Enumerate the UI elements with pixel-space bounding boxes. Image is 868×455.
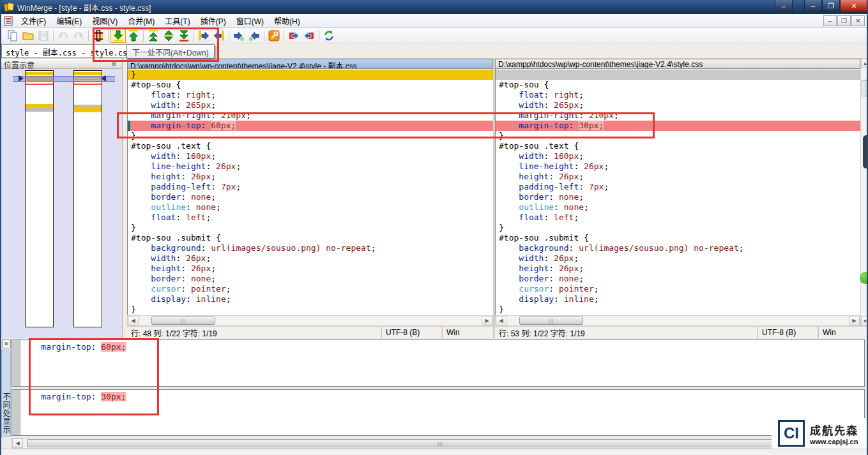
close-button[interactable]: ✕: [840, 0, 868, 12]
code-line[interactable]: cursor: pointer;: [128, 284, 493, 294]
menu-item[interactable]: 插件(P): [195, 15, 231, 28]
mdi-close-button[interactable]: ✕: [851, 15, 865, 26]
splitter-grip-icon[interactable]: •• ••: [112, 63, 119, 65]
code-line[interactable]: display: inline;: [128, 294, 493, 304]
document-tab[interactable]: style - 副本.css - style.css: [1, 44, 139, 58]
scroll-right-icon[interactable]: ▶: [482, 316, 492, 325]
copy-all-left-button[interactable]: [301, 29, 317, 43]
diff-detail-top[interactable]: margin-top: 60px;: [11, 339, 865, 387]
scrollbar-thumb[interactable]: |||: [27, 439, 854, 447]
left-file-path-header[interactable]: D:\xampp\htdocs\wp\wp-content\themes\jia…: [127, 59, 493, 69]
mdi-minimize-button[interactable]: –: [823, 15, 837, 26]
code-line[interactable]: padding-left: 7px;: [496, 182, 860, 192]
right-code-editor[interactable]: #top-sou { float: right; width: 265px; m…: [495, 69, 860, 315]
scroll-left-icon[interactable]: ◀: [496, 316, 506, 325]
code-line[interactable]: margin-top: 30px;: [496, 121, 860, 131]
diff-detail-line[interactable]: margin-top: 30px;: [21, 392, 126, 402]
code-line[interactable]: float: right;: [496, 90, 860, 100]
code-line[interactable]: background: url(images/sousuo.png) no-re…: [496, 243, 860, 253]
code-line[interactable]: margin-right: 210px;: [128, 110, 493, 121]
copy-to-right-button[interactable]: [196, 29, 211, 43]
code-line[interactable]: #top-sou .submit {: [496, 233, 860, 243]
code-line[interactable]: outline: none;: [128, 202, 493, 213]
right-file-path-header[interactable]: D:\xampp\htdocs\wp\wp-content\themes\jia…: [495, 59, 860, 69]
code-line[interactable]: height: 26px;: [496, 172, 860, 182]
left-horizontal-scrollbar[interactable]: ◀ ||| ▶: [127, 315, 493, 326]
code-line[interactable]: #top-sou {: [496, 80, 860, 90]
options-button[interactable]: [266, 29, 282, 43]
mdi-restore-button[interactable]: ❐: [837, 15, 851, 26]
scroll-up-icon[interactable]: ▲: [861, 59, 868, 68]
code-line[interactable]: height: 26px;: [128, 172, 493, 182]
code-line[interactable]: width: 160px;: [496, 151, 860, 161]
code-line[interactable]: float: right;: [128, 90, 493, 100]
code-line[interactable]: border: none;: [128, 274, 493, 284]
scroll-down-icon[interactable]: ▼: [861, 317, 868, 326]
scroll-left-icon[interactable]: ◀: [12, 438, 23, 448]
scrollbar-thumb[interactable]: [862, 80, 868, 96]
code-line[interactable]: margin-top: 60px;: [128, 121, 493, 131]
code-line[interactable]: height: 26px;: [128, 264, 493, 274]
menu-item[interactable]: 帮助(H): [269, 15, 305, 28]
menu-item[interactable]: 工具(T): [160, 15, 195, 28]
new-file-button[interactable]: [5, 29, 20, 43]
code-line[interactable]: #top-sou .text {: [496, 141, 860, 151]
menu-item[interactable]: 编辑(E): [51, 15, 87, 28]
scroll-right-icon[interactable]: ▶: [849, 316, 860, 325]
code-line[interactable]: }: [496, 131, 860, 141]
menu-item[interactable]: 文件(F): [16, 15, 51, 28]
menu-item[interactable]: 视图(V): [87, 15, 123, 28]
code-line[interactable]: }: [128, 304, 493, 315]
diff-pane-tab[interactable]: 不同处显示: [1, 350, 11, 437]
last-difference-button[interactable]: [176, 29, 192, 43]
code-line[interactable]: [496, 70, 860, 80]
code-line[interactable]: }: [128, 70, 493, 80]
scrollbar-thumb[interactable]: |||: [151, 317, 215, 325]
code-line[interactable]: line-height: 26px;: [496, 161, 860, 172]
code-line[interactable]: padding-left: 7px;: [128, 182, 493, 192]
minimize-button[interactable]: –: [804, 0, 822, 12]
scroll-left-icon[interactable]: ◀: [128, 316, 139, 325]
code-line[interactable]: border: none;: [496, 192, 860, 202]
refresh-button[interactable]: [321, 29, 337, 43]
copy-all-right-button[interactable]: [286, 29, 301, 43]
code-line[interactable]: width: 265px;: [496, 100, 860, 110]
code-line[interactable]: line-height: 26px;: [128, 161, 493, 172]
code-line[interactable]: border: none;: [496, 274, 860, 284]
restore-button[interactable]: ❐: [822, 0, 840, 12]
menu-item[interactable]: 窗口(W): [231, 15, 269, 28]
code-line[interactable]: outline: none;: [496, 202, 860, 213]
code-line[interactable]: #top-sou .text {: [128, 141, 493, 151]
code-line[interactable]: float: left;: [128, 213, 493, 223]
code-line[interactable]: #top-sou {: [128, 80, 493, 90]
location-viewport-band[interactable]: [13, 76, 115, 82]
view-differences-button[interactable]: [91, 29, 106, 43]
code-line[interactable]: #top-sou .submit {: [128, 233, 493, 243]
diff-detail-line[interactable]: margin-top: 60px;: [21, 342, 126, 352]
copy-to-left-button[interactable]: [211, 29, 227, 43]
diff-detail-bottom[interactable]: margin-top: 30px;: [11, 389, 865, 436]
code-line[interactable]: }: [496, 223, 860, 233]
diff-pane-scrollbar[interactable]: ◀ ||| ▶: [11, 438, 868, 449]
scrollbar-thumb[interactable]: |||: [519, 317, 583, 325]
first-difference-button[interactable]: [146, 29, 161, 43]
close-pane-icon[interactable]: ✕: [2, 339, 11, 348]
code-line[interactable]: }: [496, 304, 860, 315]
code-line[interactable]: width: 265px;: [128, 100, 493, 110]
copy-right-advance-button[interactable]: [231, 29, 247, 43]
vertical-scrollbar[interactable]: ▲ ▼: [860, 59, 868, 326]
menu-item[interactable]: 合并(M): [123, 15, 160, 28]
open-files-button[interactable]: [20, 29, 36, 43]
previous-difference-button[interactable]: [126, 29, 141, 43]
code-line[interactable]: width: 26px;: [128, 253, 493, 264]
code-line[interactable]: width: 160px;: [128, 151, 493, 161]
right-horizontal-scrollbar[interactable]: ◀ ||| ▶: [495, 315, 860, 326]
code-line[interactable]: display: inline;: [496, 294, 860, 304]
code-line[interactable]: border: none;: [128, 192, 493, 202]
current-difference-button[interactable]: [161, 29, 176, 43]
resize-button[interactable]: ⇔: [775, 0, 793, 12]
location-map-right[interactable]: [73, 70, 102, 327]
code-line[interactable]: margin-right: 210px;: [496, 110, 860, 121]
code-line[interactable]: background: url(images/sousuo.png) no-re…: [128, 243, 493, 253]
code-line[interactable]: cursor: pointer;: [496, 284, 860, 294]
